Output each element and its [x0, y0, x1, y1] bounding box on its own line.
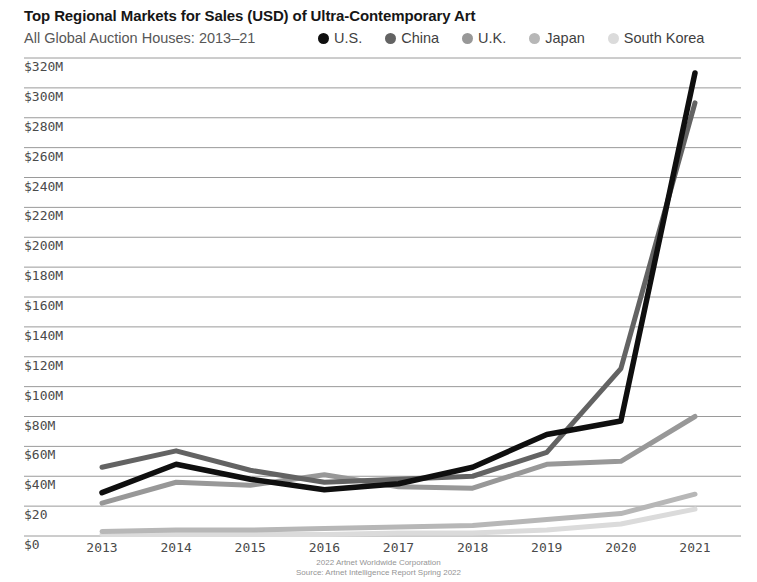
y-axis-tick-label: $260M — [24, 149, 63, 164]
series-color-dot-icon — [529, 33, 540, 44]
footer-credit: 2022 Artnet Worldwide Corporation — [0, 558, 757, 568]
x-axis-tick-label: 2015 — [235, 540, 266, 555]
x-axis-tick-label: 2021 — [679, 540, 710, 555]
y-axis-tick-label: $120M — [24, 358, 63, 373]
y-axis-tick-label: $20 — [24, 507, 47, 522]
y-axis-tick-label: $80M — [24, 418, 55, 433]
legend-label: U.S. — [334, 30, 362, 46]
y-axis-tick-label: $160M — [24, 298, 63, 313]
x-axis-tick-label: 2016 — [309, 540, 340, 555]
y-axis-tick-label: $240M — [24, 179, 63, 194]
y-axis-tick-label: $300M — [24, 89, 63, 104]
legend-label: Japan — [545, 30, 585, 46]
x-axis-tick-label: 2019 — [531, 540, 562, 555]
legend-label: U.K. — [478, 30, 506, 46]
legend-item-china: China — [385, 30, 439, 46]
subtitle-row: All Global Auction Houses: 2013–21 U.S. … — [24, 30, 739, 46]
series-line-u-s — [102, 73, 695, 493]
legend: U.S. China U.K. Japan South Korea — [318, 30, 704, 46]
y-axis-tick-label: $140M — [24, 328, 63, 343]
legend-item-us: U.S. — [318, 30, 362, 46]
series-color-dot-icon — [385, 33, 396, 44]
x-axis-tick-label: 2013 — [86, 540, 117, 555]
series-color-dot-icon — [318, 33, 329, 44]
footer-source: Source: Artnet Intelligence Report Sprin… — [0, 568, 757, 578]
y-axis-tick-label: $40M — [24, 477, 55, 492]
y-axis-tick-label: $0 — [24, 537, 40, 552]
y-axis-tick-label: $320M — [24, 59, 63, 74]
y-axis-tick-label: $200M — [24, 238, 63, 253]
x-axis-tick-label: 2014 — [160, 540, 191, 555]
x-axis-tick-label: 2018 — [457, 540, 488, 555]
legend-label: China — [401, 30, 439, 46]
legend-item-japan: Japan — [529, 30, 585, 46]
legend-label: South Korea — [624, 30, 705, 46]
x-axis-tick-label: 2017 — [383, 540, 414, 555]
y-axis-tick-label: $100M — [24, 388, 63, 403]
chart-subtitle: All Global Auction Houses: 2013–21 — [24, 30, 255, 46]
series-color-dot-icon — [462, 33, 473, 44]
legend-item-south-korea: South Korea — [608, 30, 705, 46]
legend-item-uk: U.K. — [462, 30, 506, 46]
y-axis-tick-label: $180M — [24, 268, 63, 283]
y-axis-tick-label: $280M — [24, 119, 63, 134]
chart-header: Top Regional Markets for Sales (USD) of … — [24, 7, 744, 24]
y-axis-tick-label: $220M — [24, 208, 63, 223]
series-color-dot-icon — [608, 33, 619, 44]
chart-footer: 2022 Artnet Worldwide Corporation Source… — [0, 558, 757, 577]
series-line-u-k — [102, 417, 695, 504]
x-axis-tick-label: 2020 — [605, 540, 636, 555]
y-axis-tick-label: $60M — [24, 447, 55, 462]
line-chart: $0$20$40M$60M$80M$100M$120M$140M$160M$18… — [0, 0, 757, 582]
chart-title: Top Regional Markets for Sales (USD) of … — [24, 7, 744, 24]
chart-page: $0$20$40M$60M$80M$100M$120M$140M$160M$18… — [0, 0, 757, 582]
